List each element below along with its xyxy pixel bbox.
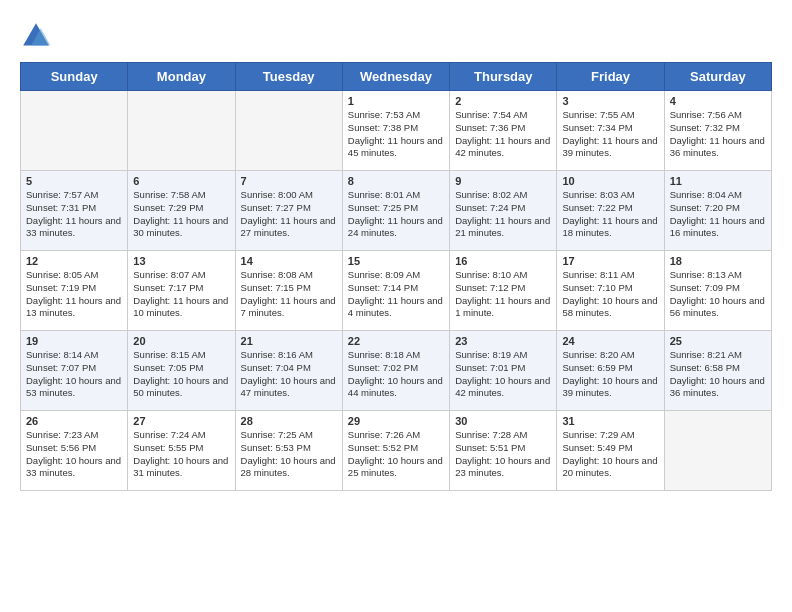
day-number: 7	[241, 175, 337, 187]
calendar-day-cell: 22Sunrise: 8:18 AM Sunset: 7:02 PM Dayli…	[342, 331, 449, 411]
day-info: Sunrise: 8:10 AM Sunset: 7:12 PM Dayligh…	[455, 269, 551, 320]
calendar-day-cell: 4Sunrise: 7:56 AM Sunset: 7:32 PM Daylig…	[664, 91, 771, 171]
calendar-day-cell: 31Sunrise: 7:29 AM Sunset: 5:49 PM Dayli…	[557, 411, 664, 491]
day-number: 13	[133, 255, 229, 267]
day-info: Sunrise: 7:29 AM Sunset: 5:49 PM Dayligh…	[562, 429, 658, 480]
day-info: Sunrise: 8:03 AM Sunset: 7:22 PM Dayligh…	[562, 189, 658, 240]
calendar-day-cell	[21, 91, 128, 171]
day-info: Sunrise: 7:57 AM Sunset: 7:31 PM Dayligh…	[26, 189, 122, 240]
calendar-day-cell: 1Sunrise: 7:53 AM Sunset: 7:38 PM Daylig…	[342, 91, 449, 171]
day-info: Sunrise: 7:25 AM Sunset: 5:53 PM Dayligh…	[241, 429, 337, 480]
calendar-day-cell: 9Sunrise: 8:02 AM Sunset: 7:24 PM Daylig…	[450, 171, 557, 251]
day-info: Sunrise: 7:28 AM Sunset: 5:51 PM Dayligh…	[455, 429, 551, 480]
day-info: Sunrise: 8:19 AM Sunset: 7:01 PM Dayligh…	[455, 349, 551, 400]
calendar-week-row: 5Sunrise: 7:57 AM Sunset: 7:31 PM Daylig…	[21, 171, 772, 251]
day-number: 9	[455, 175, 551, 187]
calendar-day-cell: 13Sunrise: 8:07 AM Sunset: 7:17 PM Dayli…	[128, 251, 235, 331]
day-number: 22	[348, 335, 444, 347]
calendar-day-cell	[128, 91, 235, 171]
calendar-day-cell: 27Sunrise: 7:24 AM Sunset: 5:55 PM Dayli…	[128, 411, 235, 491]
weekday-header: Monday	[128, 63, 235, 91]
calendar-day-cell: 5Sunrise: 7:57 AM Sunset: 7:31 PM Daylig…	[21, 171, 128, 251]
day-info: Sunrise: 7:53 AM Sunset: 7:38 PM Dayligh…	[348, 109, 444, 160]
calendar-day-cell: 10Sunrise: 8:03 AM Sunset: 7:22 PM Dayli…	[557, 171, 664, 251]
calendar-week-row: 12Sunrise: 8:05 AM Sunset: 7:19 PM Dayli…	[21, 251, 772, 331]
day-info: Sunrise: 7:55 AM Sunset: 7:34 PM Dayligh…	[562, 109, 658, 160]
calendar-week-row: 19Sunrise: 8:14 AM Sunset: 7:07 PM Dayli…	[21, 331, 772, 411]
day-number: 28	[241, 415, 337, 427]
calendar-week-row: 26Sunrise: 7:23 AM Sunset: 5:56 PM Dayli…	[21, 411, 772, 491]
weekday-header: Tuesday	[235, 63, 342, 91]
day-number: 1	[348, 95, 444, 107]
page-header	[20, 20, 772, 52]
calendar-day-cell: 3Sunrise: 7:55 AM Sunset: 7:34 PM Daylig…	[557, 91, 664, 171]
day-number: 6	[133, 175, 229, 187]
calendar-day-cell: 14Sunrise: 8:08 AM Sunset: 7:15 PM Dayli…	[235, 251, 342, 331]
weekday-header: Thursday	[450, 63, 557, 91]
calendar-day-cell: 21Sunrise: 8:16 AM Sunset: 7:04 PM Dayli…	[235, 331, 342, 411]
day-info: Sunrise: 8:15 AM Sunset: 7:05 PM Dayligh…	[133, 349, 229, 400]
day-number: 14	[241, 255, 337, 267]
day-number: 11	[670, 175, 766, 187]
day-number: 23	[455, 335, 551, 347]
weekday-header: Wednesday	[342, 63, 449, 91]
day-number: 29	[348, 415, 444, 427]
day-number: 31	[562, 415, 658, 427]
weekday-header: Saturday	[664, 63, 771, 91]
day-number: 5	[26, 175, 122, 187]
day-info: Sunrise: 7:26 AM Sunset: 5:52 PM Dayligh…	[348, 429, 444, 480]
calendar-day-cell: 11Sunrise: 8:04 AM Sunset: 7:20 PM Dayli…	[664, 171, 771, 251]
day-info: Sunrise: 8:05 AM Sunset: 7:19 PM Dayligh…	[26, 269, 122, 320]
day-number: 16	[455, 255, 551, 267]
day-number: 2	[455, 95, 551, 107]
day-number: 17	[562, 255, 658, 267]
day-info: Sunrise: 8:04 AM Sunset: 7:20 PM Dayligh…	[670, 189, 766, 240]
day-number: 27	[133, 415, 229, 427]
calendar-header: SundayMondayTuesdayWednesdayThursdayFrid…	[21, 63, 772, 91]
day-info: Sunrise: 8:00 AM Sunset: 7:27 PM Dayligh…	[241, 189, 337, 240]
calendar-day-cell: 8Sunrise: 8:01 AM Sunset: 7:25 PM Daylig…	[342, 171, 449, 251]
calendar-day-cell: 25Sunrise: 8:21 AM Sunset: 6:58 PM Dayli…	[664, 331, 771, 411]
calendar-day-cell	[235, 91, 342, 171]
day-info: Sunrise: 8:08 AM Sunset: 7:15 PM Dayligh…	[241, 269, 337, 320]
calendar-week-row: 1Sunrise: 7:53 AM Sunset: 7:38 PM Daylig…	[21, 91, 772, 171]
day-info: Sunrise: 7:58 AM Sunset: 7:29 PM Dayligh…	[133, 189, 229, 240]
calendar-day-cell: 15Sunrise: 8:09 AM Sunset: 7:14 PM Dayli…	[342, 251, 449, 331]
calendar-day-cell: 12Sunrise: 8:05 AM Sunset: 7:19 PM Dayli…	[21, 251, 128, 331]
calendar-day-cell	[664, 411, 771, 491]
weekday-header: Friday	[557, 63, 664, 91]
day-number: 26	[26, 415, 122, 427]
day-info: Sunrise: 8:18 AM Sunset: 7:02 PM Dayligh…	[348, 349, 444, 400]
day-info: Sunrise: 8:20 AM Sunset: 6:59 PM Dayligh…	[562, 349, 658, 400]
day-number: 18	[670, 255, 766, 267]
calendar-day-cell: 20Sunrise: 8:15 AM Sunset: 7:05 PM Dayli…	[128, 331, 235, 411]
calendar-day-cell: 30Sunrise: 7:28 AM Sunset: 5:51 PM Dayli…	[450, 411, 557, 491]
day-info: Sunrise: 8:11 AM Sunset: 7:10 PM Dayligh…	[562, 269, 658, 320]
day-info: Sunrise: 8:14 AM Sunset: 7:07 PM Dayligh…	[26, 349, 122, 400]
logo	[20, 20, 56, 52]
day-number: 21	[241, 335, 337, 347]
calendar-day-cell: 16Sunrise: 8:10 AM Sunset: 7:12 PM Dayli…	[450, 251, 557, 331]
day-info: Sunrise: 8:07 AM Sunset: 7:17 PM Dayligh…	[133, 269, 229, 320]
calendar-day-cell: 6Sunrise: 7:58 AM Sunset: 7:29 PM Daylig…	[128, 171, 235, 251]
day-info: Sunrise: 7:56 AM Sunset: 7:32 PM Dayligh…	[670, 109, 766, 160]
calendar-day-cell: 18Sunrise: 8:13 AM Sunset: 7:09 PM Dayli…	[664, 251, 771, 331]
day-number: 8	[348, 175, 444, 187]
calendar-day-cell: 19Sunrise: 8:14 AM Sunset: 7:07 PM Dayli…	[21, 331, 128, 411]
day-number: 3	[562, 95, 658, 107]
calendar-day-cell: 23Sunrise: 8:19 AM Sunset: 7:01 PM Dayli…	[450, 331, 557, 411]
calendar-day-cell: 28Sunrise: 7:25 AM Sunset: 5:53 PM Dayli…	[235, 411, 342, 491]
day-info: Sunrise: 8:21 AM Sunset: 6:58 PM Dayligh…	[670, 349, 766, 400]
calendar-day-cell: 26Sunrise: 7:23 AM Sunset: 5:56 PM Dayli…	[21, 411, 128, 491]
day-info: Sunrise: 8:02 AM Sunset: 7:24 PM Dayligh…	[455, 189, 551, 240]
day-number: 30	[455, 415, 551, 427]
day-number: 25	[670, 335, 766, 347]
calendar-day-cell: 24Sunrise: 8:20 AM Sunset: 6:59 PM Dayli…	[557, 331, 664, 411]
day-number: 19	[26, 335, 122, 347]
day-number: 10	[562, 175, 658, 187]
weekday-header: Sunday	[21, 63, 128, 91]
calendar-body: 1Sunrise: 7:53 AM Sunset: 7:38 PM Daylig…	[21, 91, 772, 491]
day-info: Sunrise: 8:01 AM Sunset: 7:25 PM Dayligh…	[348, 189, 444, 240]
day-info: Sunrise: 7:24 AM Sunset: 5:55 PM Dayligh…	[133, 429, 229, 480]
day-info: Sunrise: 8:13 AM Sunset: 7:09 PM Dayligh…	[670, 269, 766, 320]
